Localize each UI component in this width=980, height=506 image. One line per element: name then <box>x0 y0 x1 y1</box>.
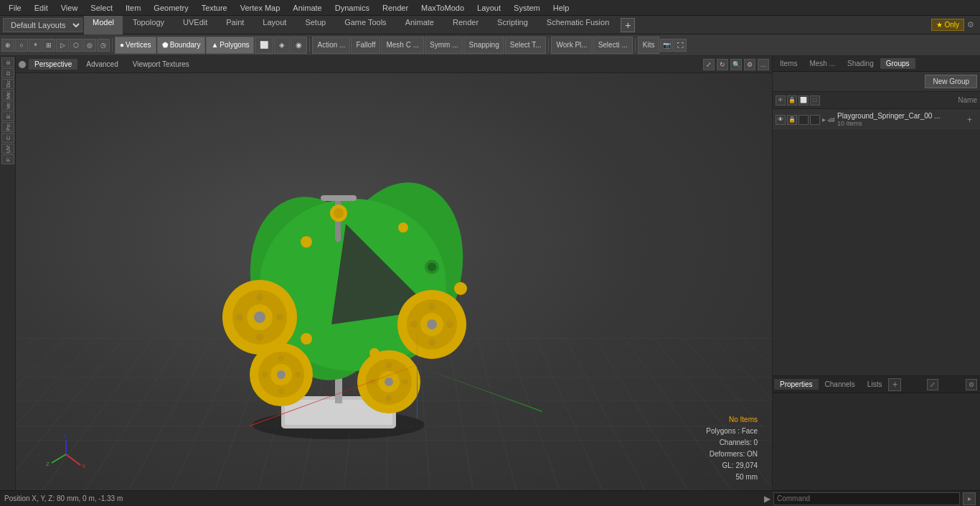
move-icon[interactable]: ▷ <box>56 39 69 52</box>
viewport-fit-icon[interactable]: ⤢ <box>703 59 715 70</box>
menu-dynamics[interactable]: Dynamics <box>329 2 375 14</box>
selecti-button[interactable]: Selecti ... <box>593 37 633 54</box>
command-input[interactable] <box>773 492 960 505</box>
viewport-dot[interactable] <box>19 61 26 68</box>
row-checkbox1[interactable] <box>798 115 809 125</box>
tab-lists[interactable]: Lists <box>862 379 888 390</box>
sidebar-btn-d[interactable]: D: <box>1 68 14 78</box>
tab-items[interactable]: Items <box>774 58 803 69</box>
menu-help[interactable]: Help <box>547 2 575 14</box>
tab-viewport-textures[interactable]: Viewport Textures <box>127 59 195 70</box>
sidebar-btn-b[interactable]: B: <box>1 57 14 67</box>
menu-geometry[interactable]: Geometry <box>148 2 194 14</box>
sidebar-btn-du[interactable]: Du: <box>1 79 14 89</box>
eye-col-icon[interactable]: 👁 <box>776 95 786 106</box>
tab-mesh[interactable]: Mesh ... <box>804 58 841 69</box>
menu-edit[interactable]: Edit <box>29 2 54 14</box>
rotate-icon[interactable]: ⌖ <box>29 39 42 52</box>
viewport-refresh-icon[interactable]: ↻ <box>717 59 728 70</box>
render-mode-icon[interactable]: ◈ <box>274 37 290 54</box>
expand-panel-icon[interactable]: ⤢ <box>927 379 938 390</box>
add-item-icon[interactable]: + <box>967 115 977 125</box>
tab-channels[interactable]: Channels <box>819 379 861 390</box>
polygons-icon: ▲ <box>211 41 218 49</box>
tab-layout[interactable]: Layout <box>254 16 295 34</box>
command-submit-icon[interactable]: ▸ <box>963 492 976 505</box>
sidebar-btn-f[interactable]: F: <box>1 154 14 164</box>
menu-maxtomodo[interactable]: MaxToModo <box>415 2 470 14</box>
tab-animate[interactable]: Animate <box>397 16 443 34</box>
group-item-row[interactable]: 👁 🔒 ▸ 🏎 Playground_Springer_Car_00 ... 1… <box>773 109 980 131</box>
action-button[interactable]: Action ... <box>312 37 350 54</box>
viewport-settings-icon[interactable]: ⚙ <box>744 59 755 70</box>
viewport-canvas[interactable]: X Y Z No Items Polygons : Face Channels:… <box>16 73 772 490</box>
settings-icon[interactable]: ⚙ <box>967 20 974 29</box>
tab-scripting[interactable]: Scripting <box>489 16 537 34</box>
tab-perspective[interactable]: Perspective <box>29 59 77 70</box>
sidebar-btn-po[interactable]: Po: <box>1 122 14 132</box>
transform-icon[interactable]: ○ <box>15 39 28 52</box>
add-prop-tab-button[interactable]: + <box>888 378 901 391</box>
menu-layout[interactable]: Layout <box>471 2 507 14</box>
render-mode2-icon[interactable]: ◉ <box>291 37 307 54</box>
scale-icon[interactable]: ⊞ <box>42 39 55 52</box>
workpl-button[interactable]: Work Pl... <box>551 37 592 54</box>
add-tab-button[interactable]: + <box>621 18 635 32</box>
sidebar-btn-c[interactable]: C: <box>1 133 14 143</box>
menu-animate[interactable]: Animate <box>287 2 327 14</box>
tab-topology[interactable]: Topology <box>124 16 173 34</box>
tab-setup[interactable]: Setup <box>296 16 334 34</box>
menu-file[interactable]: File <box>3 2 27 14</box>
sidebar-btn-me[interactable]: Me: <box>1 90 14 100</box>
meshc-button[interactable]: Mesh C ... <box>381 37 424 54</box>
tab-model[interactable]: Model <box>84 16 123 34</box>
star-only-button[interactable]: ★ Only <box>931 19 964 31</box>
camera-icon[interactable]: 📷 <box>660 39 673 52</box>
sidebar-btn-uv[interactable]: UV: <box>1 144 14 154</box>
tab-uvedit[interactable]: UVEdit <box>174 16 216 34</box>
row-checkbox2[interactable] <box>810 115 820 125</box>
vertices-button[interactable]: ● Vertices <box>115 37 156 54</box>
menu-texture[interactable]: Texture <box>196 2 233 14</box>
tab-render[interactable]: Render <box>444 16 487 34</box>
menu-render[interactable]: Render <box>377 2 414 14</box>
boundary-button[interactable]: ⬟ Boundary <box>157 37 206 54</box>
tab-shading[interactable]: Shading <box>842 58 880 69</box>
view-col-icon[interactable]: ⬜ <box>798 95 809 106</box>
menu-system[interactable]: System <box>508 2 546 14</box>
menu-select[interactable]: Select <box>85 2 118 14</box>
symm-button[interactable]: Symm ... <box>425 37 463 54</box>
layout-select[interactable]: Default Layouts <box>3 18 83 32</box>
menu-view[interactable]: View <box>55 2 84 14</box>
tab-paint[interactable]: Paint <box>217 16 253 34</box>
selectt-button[interactable]: Select T... <box>505 37 547 54</box>
viewport-more-icon[interactable]: … <box>758 59 769 70</box>
sidebar-btn-ve[interactable]: Ve: <box>1 100 14 111</box>
tab-groups[interactable]: Groups <box>880 58 915 69</box>
select-col-icon[interactable]: □ <box>810 95 820 106</box>
kits-button[interactable]: Kits <box>638 37 660 54</box>
tab-properties[interactable]: Properties <box>774 379 819 390</box>
maximize-icon[interactable]: ⛶ <box>674 39 687 52</box>
viewport-search-icon[interactable]: 🔍 <box>730 59 742 70</box>
row-eye-icon[interactable]: 👁 <box>776 115 786 125</box>
groups-toolbar: New Group <box>773 72 980 92</box>
menu-item[interactable]: Item <box>120 2 146 14</box>
falloff-button[interactable]: Falloff <box>351 37 380 54</box>
tab-advanced[interactable]: Advanced <box>80 59 123 70</box>
tab-schematic-fusion[interactable]: Schematic Fusion <box>538 16 618 34</box>
lock-col-icon[interactable]: 🔒 <box>787 95 797 106</box>
tab-gametools[interactable]: Game Tools <box>336 16 395 34</box>
menu-vertexmap[interactable]: Vertex Map <box>235 2 286 14</box>
polygon-icon[interactable]: ⬡ <box>70 39 83 52</box>
time-icon[interactable]: ◷ <box>97 39 110 52</box>
element-icon[interactable]: ◎ <box>83 39 96 52</box>
snapping-button[interactable]: Snapping <box>463 37 504 54</box>
settings-panel-icon[interactable]: ⚙ <box>966 379 977 390</box>
mode-icon[interactable]: ⬜ <box>255 37 273 54</box>
select-icon[interactable]: ⊕ <box>1 39 14 52</box>
row-lock-icon[interactable]: 🔒 <box>787 115 797 125</box>
new-group-button[interactable]: New Group <box>925 75 977 88</box>
sidebar-btn-e[interactable]: E: <box>1 111 14 121</box>
polygons-button[interactable]: ▲ Polygons <box>206 37 254 54</box>
